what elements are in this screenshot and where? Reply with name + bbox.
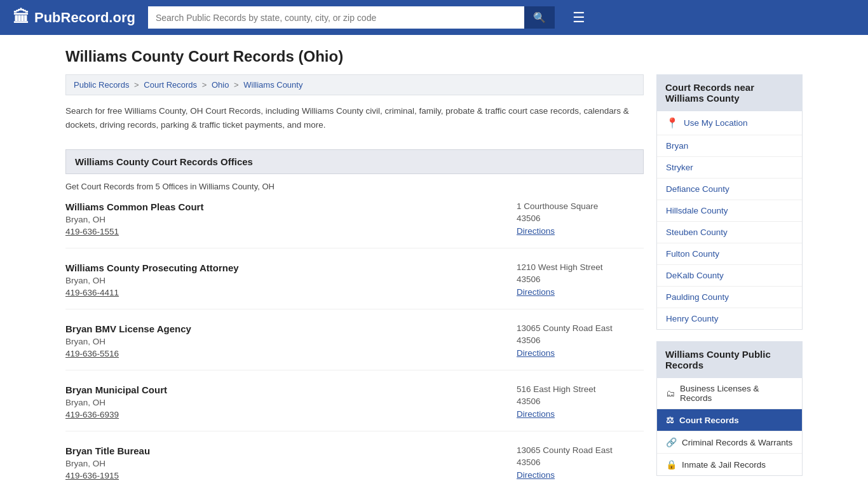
directions-link[interactable]: Directions bbox=[517, 409, 555, 419]
office-right-1: 1210 West High Street 43506 Directions bbox=[517, 262, 644, 297]
search-button[interactable]: 🔍 bbox=[524, 6, 555, 29]
pr-label: Business Licenses & Records bbox=[680, 384, 793, 403]
office-phone[interactable]: 419-636-1915 bbox=[65, 471, 150, 480]
office-left-0: Williams Common Pleas Court Bryan, OH 41… bbox=[65, 201, 203, 236]
nearby-list-item[interactable]: Fulton County bbox=[657, 243, 802, 265]
directions-link[interactable]: Directions bbox=[517, 287, 555, 297]
office-name: Williams County Prosecuting Attorney bbox=[65, 262, 239, 273]
office-right-4: 13065 County Road East 43506 Directions bbox=[517, 445, 644, 480]
office-zip: 43506 bbox=[517, 274, 644, 284]
nearby-list-item[interactable]: Bryan bbox=[657, 135, 802, 157]
office-phone[interactable]: 419-636-5516 bbox=[65, 349, 191, 358]
office-entry: Williams County Prosecuting Attorney Bry… bbox=[65, 262, 644, 309]
nearby-header: Court Records near Williams County bbox=[656, 74, 803, 111]
office-zip: 43506 bbox=[517, 336, 644, 345]
offices-list: Williams Common Pleas Court Bryan, OH 41… bbox=[65, 201, 644, 488]
public-records-item[interactable]: ⚖ Court Records bbox=[657, 409, 802, 431]
site-logo[interactable]: 🏛 PubRecord.org bbox=[13, 8, 135, 27]
office-address: 516 East High Street bbox=[517, 384, 644, 394]
office-entry: Bryan BMV License Agency Bryan, OH 419-6… bbox=[65, 323, 644, 370]
office-address: 13065 County Road East bbox=[517, 445, 644, 455]
office-zip: 43506 bbox=[517, 214, 644, 223]
pr-label: Inmate & Jail Records bbox=[682, 460, 766, 470]
nearby-list-item[interactable]: Stryker bbox=[657, 157, 802, 179]
public-records-section: Williams County Public Records 🗂 Busines… bbox=[656, 341, 803, 476]
directions-link[interactable]: Directions bbox=[517, 348, 555, 358]
office-entry: Bryan Municipal Court Bryan, OH 419-636-… bbox=[65, 384, 644, 431]
office-name: Bryan Municipal Court bbox=[65, 384, 167, 395]
office-city: Bryan, OH bbox=[65, 398, 167, 407]
office-right-2: 13065 County Road East 43506 Directions bbox=[517, 323, 644, 358]
search-input[interactable] bbox=[148, 6, 524, 29]
use-my-location[interactable]: 📍 Use My Location bbox=[657, 111, 802, 135]
nearby-list-item[interactable]: Steuben County bbox=[657, 222, 802, 243]
office-city: Bryan, OH bbox=[65, 459, 150, 468]
breadcrumb-ohio[interactable]: Ohio bbox=[212, 80, 229, 90]
public-records-item[interactable]: 🔒 Inmate & Jail Records bbox=[657, 454, 802, 475]
breadcrumb-williams-county[interactable]: Williams County bbox=[243, 80, 302, 90]
nearby-link[interactable]: DeKalb County bbox=[666, 271, 724, 280]
site-header: 🏛 PubRecord.org 🔍 ☰ bbox=[0, 0, 868, 35]
office-entry: Bryan Title Bureau Bryan, OH 419-636-191… bbox=[65, 445, 644, 488]
nearby-list-item[interactable]: Henry County bbox=[657, 308, 802, 329]
office-phone[interactable]: 419-636-4411 bbox=[65, 288, 239, 297]
main-content: Public Records > Court Records > Ohio > … bbox=[65, 74, 644, 488]
pr-label: Criminal Records & Warrants bbox=[682, 438, 792, 447]
pr-icon: ⚖ bbox=[666, 415, 674, 425]
office-address: 13065 County Road East bbox=[517, 323, 644, 333]
breadcrumb: Public Records > Court Records > Ohio > … bbox=[65, 74, 644, 95]
office-phone[interactable]: 419-636-6939 bbox=[65, 410, 167, 419]
office-name: Bryan BMV License Agency bbox=[65, 323, 191, 334]
nearby-list-item[interactable]: DeKalb County bbox=[657, 265, 802, 287]
nearby-link[interactable]: Defiance County bbox=[666, 184, 729, 194]
office-city: Bryan, OH bbox=[65, 215, 203, 224]
nearby-list-item[interactable]: Defiance County bbox=[657, 179, 802, 200]
pr-icon: 🔗 bbox=[666, 437, 677, 447]
breadcrumb-public-records[interactable]: Public Records bbox=[74, 80, 129, 90]
public-records-list: 🗂 Business Licenses & Records⚖ Court Rec… bbox=[656, 378, 803, 476]
office-name: Bryan Title Bureau bbox=[65, 445, 150, 456]
directions-link[interactable]: Directions bbox=[517, 226, 555, 236]
public-records-item[interactable]: 🔗 Criminal Records & Warrants bbox=[657, 431, 802, 454]
page-description: Search for free Williams County, OH Cour… bbox=[65, 104, 644, 138]
office-left-4: Bryan Title Bureau Bryan, OH 419-636-191… bbox=[65, 445, 150, 480]
nearby-link[interactable]: Paulding County bbox=[666, 292, 729, 302]
pr-icon: 🗂 bbox=[666, 388, 675, 398]
public-records-header: Williams County Public Records bbox=[656, 341, 803, 378]
nearby-list-item[interactable]: Paulding County bbox=[657, 287, 802, 308]
office-left-2: Bryan BMV License Agency Bryan, OH 419-6… bbox=[65, 323, 191, 358]
use-location-label: Use My Location bbox=[684, 118, 748, 128]
offices-count: Get Court Records from 5 Offices in Will… bbox=[65, 182, 644, 191]
office-city: Bryan, OH bbox=[65, 276, 239, 285]
nearby-link[interactable]: Bryan bbox=[666, 141, 688, 151]
search-bar: 🔍 bbox=[148, 6, 555, 29]
logo-text: PubRecord.org bbox=[34, 10, 135, 26]
pr-icon: 🔒 bbox=[666, 459, 677, 470]
breadcrumb-sep2: > bbox=[202, 80, 209, 90]
breadcrumb-court-records[interactable]: Court Records bbox=[144, 80, 197, 90]
nearby-link[interactable]: Fulton County bbox=[666, 249, 719, 259]
office-right-3: 516 East High Street 43506 Directions bbox=[517, 384, 644, 419]
office-phone[interactable]: 419-636-1551 bbox=[65, 227, 203, 236]
office-address: 1210 West High Street bbox=[517, 262, 644, 272]
breadcrumb-sep3: > bbox=[234, 80, 241, 90]
location-icon: 📍 bbox=[666, 117, 679, 129]
menu-button[interactable]: ☰ bbox=[573, 10, 585, 26]
office-zip: 43506 bbox=[517, 458, 644, 467]
office-left-3: Bryan Municipal Court Bryan, OH 419-636-… bbox=[65, 384, 167, 419]
public-records-item[interactable]: 🗂 Business Licenses & Records bbox=[657, 378, 802, 409]
page-title: Williams County Court Records (Ohio) bbox=[65, 48, 803, 65]
offices-section-header: Williams County Court Records Offices bbox=[65, 149, 644, 174]
office-left-1: Williams County Prosecuting Attorney Bry… bbox=[65, 262, 239, 297]
nearby-link[interactable]: Steuben County bbox=[666, 227, 728, 237]
directions-link[interactable]: Directions bbox=[517, 470, 555, 480]
nearby-list-item[interactable]: Hillsdale County bbox=[657, 200, 802, 222]
office-zip: 43506 bbox=[517, 396, 644, 406]
office-city: Bryan, OH bbox=[65, 337, 191, 346]
nearby-link[interactable]: Hillsdale County bbox=[666, 206, 728, 215]
building-icon: 🏛 bbox=[13, 8, 29, 27]
nearby-link[interactable]: Henry County bbox=[666, 314, 719, 323]
sidebar: Court Records near Williams County 📍 Use… bbox=[656, 74, 803, 476]
nearby-link[interactable]: Stryker bbox=[666, 163, 693, 172]
office-right-0: 1 Courthouse Square 43506 Directions bbox=[517, 201, 644, 236]
